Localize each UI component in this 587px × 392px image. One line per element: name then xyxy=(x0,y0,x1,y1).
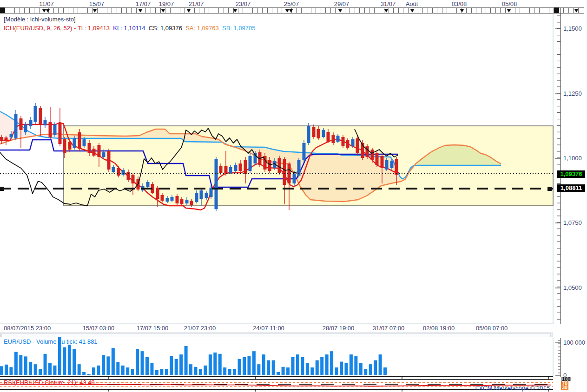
bottom-axis-tick-label: 05/08 07:00 xyxy=(476,325,508,332)
price-axis-tick-label: 1,1250 xyxy=(563,90,582,97)
rsi-label: RSI(EUR/USD Cloture, 21): 43,40 xyxy=(4,379,95,386)
scroll-left-button[interactable] xyxy=(0,7,5,13)
price-axis-tick-label: 1,1000 xyxy=(563,155,582,162)
bottom-axis-tick-label: 24/07 11:00 xyxy=(253,325,284,332)
scroll-right-button[interactable] xyxy=(554,7,559,13)
bottom-axis-tick-label: 17/07 15:00 xyxy=(137,325,169,332)
chart-window: 11/0715/0717/0719/0721/0723/0725/0729/07… xyxy=(0,0,587,392)
bottom-axis-tick-label: 28/07 19:00 xyxy=(323,325,355,332)
rsi-level-30: 30 xyxy=(561,385,568,390)
price-axis-ruler xyxy=(555,8,561,324)
last-price-badge: 1,09376 xyxy=(557,170,585,178)
bottom-axis-tick-label: 08/07/2015 23:00 xyxy=(4,325,51,332)
bottom-axis-tick-label: 21/07 23:00 xyxy=(184,325,216,332)
price-axis-tick-label: 1,1500 xyxy=(563,25,582,32)
price-axis-tick-label: 1,0750 xyxy=(563,219,582,226)
volume-axis xyxy=(553,338,561,377)
volume-axis-max-label: 100 000 xyxy=(563,339,585,346)
bottom-axis-tick-label: 15/07 03:00 xyxy=(83,325,115,332)
trendline-handle-left[interactable] xyxy=(0,187,4,191)
trendline-handle-right[interactable] xyxy=(547,187,552,191)
horizontal-scrollbar[interactable] xyxy=(0,333,553,337)
volume-title: EUR/USD - Volume du tick: 41 881 xyxy=(4,338,98,345)
bottom-axis-tick-label: 02/08 19:00 xyxy=(423,325,455,332)
trendline-price-badge: 1,08811 xyxy=(557,184,585,192)
brand-watermark: FXCM Marketscope © 2015 xyxy=(475,385,550,392)
scrollbar-thumb[interactable] xyxy=(1,333,551,337)
bottom-axis-tick-label: 31/07 07:00 xyxy=(373,325,405,332)
price-axis-tick-label: 1,0500 xyxy=(563,284,582,291)
week-markers xyxy=(42,9,578,13)
